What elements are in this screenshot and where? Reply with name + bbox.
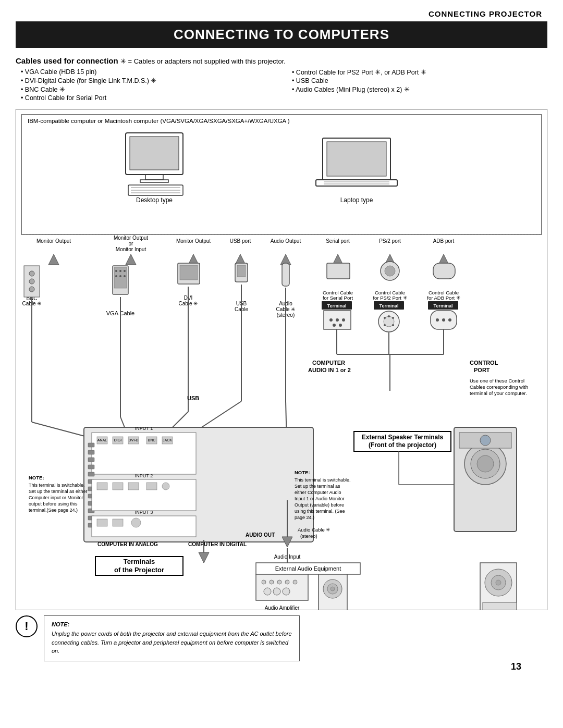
note-title: NOTE: [52, 621, 292, 627]
page-number: 13 [0, 661, 542, 677]
svg-text:PORT: PORT [474, 367, 490, 373]
svg-point-91 [392, 324, 394, 326]
cables-heading: Cables used for connection ✳ = Cables or… [16, 56, 547, 65]
section-title-bar: CONNECTING TO COMPUTERS [16, 21, 547, 48]
svg-text:Audio Cable ✳: Audio Cable ✳ [298, 527, 330, 533]
svg-text:BNC: BNC [148, 438, 156, 442]
svg-point-45 [115, 270, 117, 272]
svg-text:for PS/2 Port ✳: for PS/2 Port ✳ [373, 295, 407, 301]
svg-rect-12 [316, 180, 397, 186]
svg-text:for Serial Port: for Serial Port [323, 295, 353, 301]
svg-rect-137 [88, 472, 94, 476]
svg-text:terminal of your computer.: terminal of your computer. [470, 390, 527, 396]
svg-text:Terminal: Terminal [327, 303, 347, 309]
svg-point-49 [119, 275, 121, 277]
svg-text:ANAL: ANAL [97, 438, 107, 442]
svg-text:Terminals: Terminals [124, 558, 155, 565]
svg-point-183 [270, 580, 274, 584]
svg-text:Use one of these Control: Use one of these Control [470, 378, 524, 384]
cables-right: • Control Cable for PS2 Port ✳, or ADB P… [292, 68, 547, 103]
svg-rect-147 [97, 483, 107, 490]
svg-rect-201 [483, 602, 517, 610]
svg-text:terminal.(See page 24.): terminal.(See page 24.) [29, 508, 78, 513]
cables-grid: • VGA Cable (HDB 15 pin) • DVI-Digital C… [21, 68, 547, 103]
svg-rect-66 [433, 263, 455, 279]
svg-text:This terminal is switchable.: This terminal is switchable. [29, 483, 85, 488]
svg-point-189 [283, 588, 290, 595]
svg-text:(stereo): (stereo) [300, 533, 317, 539]
svg-rect-151 [162, 483, 169, 490]
svg-point-89 [392, 317, 394, 319]
svg-rect-134 [88, 450, 94, 454]
svg-rect-0 [21, 115, 542, 235]
svg-text:for ADB Port ✳: for ADB Port ✳ [427, 295, 460, 301]
svg-marker-28 [48, 254, 59, 265]
svg-point-194 [331, 587, 335, 591]
svg-text:Monitor Input: Monitor Input [116, 246, 146, 252]
note-area: ! NOTE: Unplug the power cords of both t… [16, 615, 547, 661]
svg-rect-63 [327, 263, 350, 279]
diagram-svg: IBM-compatible computer or Macintosh com… [16, 109, 548, 610]
svg-text:Audio Output: Audio Output [271, 238, 301, 244]
svg-point-185 [285, 580, 289, 584]
svg-text:INPUT 2: INPUT 2 [135, 473, 153, 478]
svg-rect-135 [88, 458, 94, 462]
svg-text:USB: USB [187, 395, 199, 401]
svg-text:External Speaker Terminals: External Speaker Terminals [362, 434, 444, 441]
svg-point-182 [262, 580, 266, 584]
svg-text:Monitor Output: Monitor Output [176, 238, 211, 244]
svg-text:Set up the terminal as: Set up the terminal as [295, 484, 340, 489]
svg-text:INPUT 1: INPUT 1 [135, 426, 153, 431]
svg-point-156 [131, 518, 141, 527]
svg-text:Output (variable) before: Output (variable) before [295, 502, 344, 508]
svg-text:or: or [129, 241, 134, 246]
svg-text:Laptop type: Laptop type [340, 196, 373, 204]
main-diagram: IBM-compatible computer or Macintosh com… [16, 109, 547, 610]
svg-text:PS/2 port: PS/2 port [379, 238, 401, 244]
svg-text:IBM-compatible computer or Mac: IBM-compatible computer or Macintosh com… [28, 118, 290, 124]
svg-point-186 [293, 580, 297, 584]
svg-rect-4 [145, 175, 163, 180]
svg-point-65 [385, 266, 395, 276]
svg-point-83 [333, 324, 336, 327]
svg-rect-181 [256, 574, 308, 600]
svg-text:ADB port: ADB port [433, 238, 455, 244]
svg-rect-136 [88, 465, 94, 469]
header-title: CONNECTING PROJECTOR [429, 9, 542, 18]
svg-point-95 [448, 318, 451, 322]
svg-text:Set up the terminal as either: Set up the terminal as either [29, 489, 88, 494]
svg-text:External Audio Equipment: External Audio Equipment [275, 565, 341, 572]
svg-point-187 [264, 588, 271, 595]
svg-point-39 [29, 271, 34, 276]
svg-rect-58 [237, 265, 246, 277]
svg-text:Input 1 or Audio Monitor: Input 1 or Audio Monitor [295, 496, 345, 501]
page-header: CONNECTING PROJECTOR [0, 0, 563, 21]
svg-point-81 [336, 318, 339, 322]
svg-rect-155 [113, 519, 123, 526]
svg-point-87 [384, 317, 386, 319]
svg-text:Desktop type: Desktop type [136, 196, 173, 204]
svg-rect-11 [327, 142, 386, 176]
svg-text:COMPUTER IN DIGITAL: COMPUTER IN DIGITAL [188, 541, 247, 547]
svg-point-46 [119, 270, 121, 272]
svg-point-93 [436, 318, 439, 322]
svg-text:COMPUTER IN ANALOG: COMPUTER IN ANALOG [97, 541, 158, 547]
svg-rect-62 [282, 263, 289, 286]
svg-text:of the Projector: of the Projector [114, 566, 164, 574]
svg-point-90 [384, 324, 386, 326]
svg-text:either Computer Audio: either Computer Audio [295, 490, 341, 495]
svg-text:DVI-D: DVI-D [128, 438, 138, 442]
svg-rect-133 [88, 443, 94, 447]
svg-point-184 [277, 580, 282, 584]
svg-point-41 [29, 287, 34, 292]
svg-text:Monitor Output: Monitor Output [36, 238, 71, 244]
svg-text:using this terminal. (See: using this terminal. (See [295, 509, 345, 514]
note-box: NOTE: Unplug the power cords of both the… [44, 615, 300, 661]
svg-text:CONTROL: CONTROL [470, 360, 498, 366]
svg-marker-29 [126, 254, 136, 265]
svg-text:COMPUTER: COMPUTER [312, 360, 345, 366]
svg-rect-5 [140, 180, 168, 182]
svg-text:NOTE:: NOTE: [295, 470, 310, 475]
svg-text:This terminal is switchable.: This terminal is switchable. [295, 477, 351, 483]
svg-rect-3 [130, 137, 179, 170]
